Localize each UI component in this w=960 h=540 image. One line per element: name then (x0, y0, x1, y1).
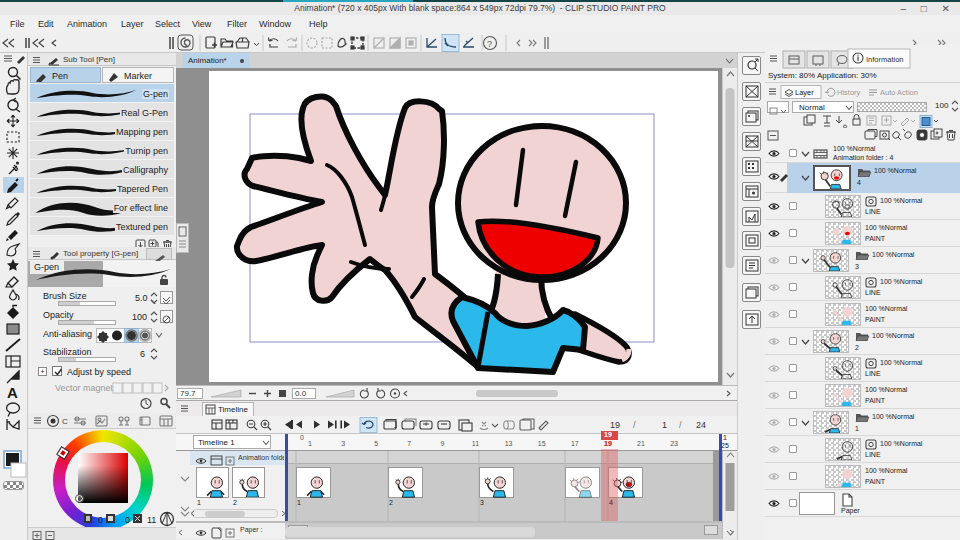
svg-text:History: History (837, 88, 861, 97)
svg-text:19: 19 (610, 420, 620, 430)
svg-text:11: 11 (147, 515, 156, 525)
svg-text:Information: Information (866, 55, 904, 64)
svg-text:Layer: Layer (795, 88, 814, 97)
svg-text:A: A (7, 384, 18, 401)
svg-text:/: / (633, 420, 636, 430)
svg-text:0: 0 (98, 515, 103, 525)
svg-text:C: C (62, 417, 68, 426)
svg-text:24: 24 (696, 420, 706, 430)
svg-text:1: 1 (662, 420, 667, 430)
svg-text:/: / (679, 420, 682, 430)
svg-text:0: 0 (125, 515, 130, 525)
svg-text:Auto Action: Auto Action (880, 88, 918, 97)
svg-text:?: ? (487, 39, 492, 49)
